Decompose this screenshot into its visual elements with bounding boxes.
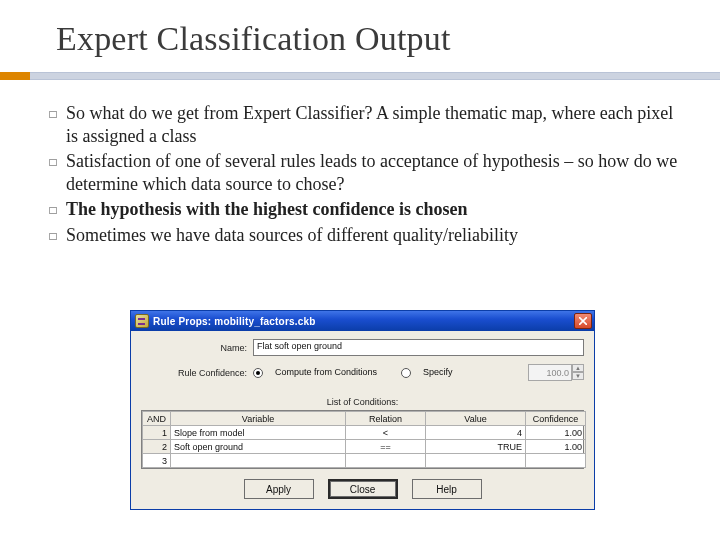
specify-value-input[interactable] [528, 364, 572, 381]
col-variable[interactable]: Variable [171, 412, 346, 426]
cell-variable[interactable]: Soft open ground [171, 440, 346, 454]
help-button[interactable]: Help [412, 479, 482, 499]
close-button[interactable] [574, 313, 592, 329]
radio-specify[interactable]: Specify [401, 367, 465, 378]
table-row[interactable]: 2 Soft open ground == TRUE 1.00 [143, 440, 586, 454]
bullet-marker: □ [40, 198, 66, 222]
slide-title-block: Expert Classification Output [0, 0, 720, 58]
title-rule [0, 72, 720, 80]
cell-confidence[interactable]: 1.00 [526, 426, 586, 440]
conditions-grid[interactable]: AND Variable Relation Value Confidence 1… [141, 410, 584, 469]
dialog-titlebar[interactable]: Rule Props: mobility_factors.ckb [131, 311, 594, 331]
bullet-text: The hypothesis with the highest confiden… [66, 198, 680, 222]
rule-line [30, 72, 720, 80]
rule-accent [0, 72, 30, 80]
bullet-marker: □ [40, 150, 66, 196]
dialog-title: Rule Props: mobility_factors.ckb [153, 316, 574, 327]
cell-confidence[interactable]: 1.00 [526, 440, 586, 454]
col-value[interactable]: Value [426, 412, 526, 426]
app-icon [135, 314, 149, 328]
cell-relation[interactable] [346, 454, 426, 468]
close-icon [579, 317, 587, 325]
apply-button[interactable]: Apply [244, 479, 314, 499]
dialog-button-bar: Apply Close Help [131, 473, 594, 509]
cell-confidence[interactable] [526, 454, 586, 468]
list-item: □ Satisfaction of one of several rules l… [40, 150, 680, 196]
list-item: □ The hypothesis with the highest confid… [40, 198, 680, 222]
row-number: 3 [143, 454, 171, 468]
cell-value[interactable] [426, 454, 526, 468]
col-confidence[interactable]: Confidence [526, 412, 586, 426]
rule-props-dialog: Rule Props: mobility_factors.ckb Name: F… [130, 310, 595, 510]
radio-icon [253, 368, 263, 378]
cell-relation[interactable]: < [346, 426, 426, 440]
conditions-list-label: List of Conditions: [131, 397, 594, 407]
bullet-marker: □ [40, 224, 66, 248]
row-number: 1 [143, 426, 171, 440]
radio-compute[interactable]: Compute from Conditions [253, 367, 389, 378]
cell-relation[interactable]: == [346, 440, 426, 454]
list-item: □ So what do we get from Expert Classifi… [40, 102, 680, 148]
close-button-bottom[interactable]: Close [328, 479, 398, 499]
col-relation[interactable]: Relation [346, 412, 426, 426]
bullet-marker: □ [40, 102, 66, 148]
cell-value[interactable]: 4 [426, 426, 526, 440]
col-and[interactable]: AND [143, 412, 171, 426]
bullet-text: Satisfaction of one of several rules lea… [66, 150, 680, 196]
cell-variable[interactable]: Slope from model [171, 426, 346, 440]
spinner-arrows[interactable]: ▲▼ [572, 364, 584, 381]
cell-value[interactable]: TRUE [426, 440, 526, 454]
table-row[interactable]: 1 Slope from model < 4 1.00 [143, 426, 586, 440]
cell-variable[interactable] [171, 454, 346, 468]
confidence-label: Rule Confidence: [141, 368, 253, 378]
confidence-radiogroup: Compute from Conditions Specify ▲▼ [253, 364, 584, 381]
radio-compute-label: Compute from Conditions [275, 367, 377, 377]
name-input[interactable]: Flat soft open ground [253, 339, 584, 356]
table-row[interactable]: 3 [143, 454, 586, 468]
bullet-list: □ So what do we get from Expert Classifi… [0, 80, 720, 248]
radio-specify-label: Specify [423, 367, 453, 377]
grid-header-row: AND Variable Relation Value Confidence [143, 412, 586, 426]
name-label: Name: [141, 343, 253, 353]
specify-spinner[interactable]: ▲▼ [528, 364, 584, 381]
chevron-up-icon[interactable]: ▲ [572, 364, 584, 372]
radio-icon [401, 368, 411, 378]
row-number: 2 [143, 440, 171, 454]
list-item: □ Sometimes we have data sources of diff… [40, 224, 680, 248]
chevron-down-icon[interactable]: ▼ [572, 372, 584, 380]
bullet-text: Sometimes we have data sources of differ… [66, 224, 680, 248]
bullet-text: So what do we get from Expert Classifier… [66, 102, 680, 148]
slide-title: Expert Classification Output [56, 20, 720, 58]
